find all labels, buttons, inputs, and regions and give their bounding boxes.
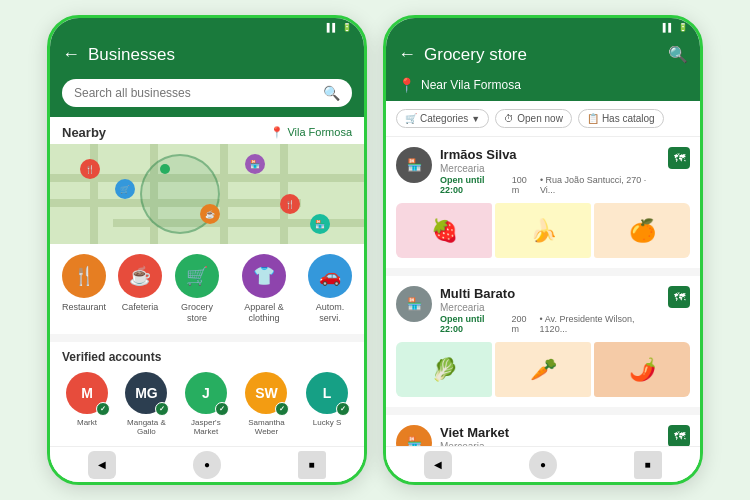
cat-cafeteria[interactable]: ☕ Cafeteria (114, 254, 166, 324)
signal-icon: ▌▌ (327, 23, 338, 32)
nav-recents-right[interactable]: ■ (634, 451, 662, 479)
open-badge-irmaos: Open until 22:00 (440, 175, 508, 195)
avatar-mangata: MG ✓ (125, 372, 167, 414)
avatar-img-viet: 🏪 (407, 436, 422, 446)
store-card-irmaos[interactable]: 🏪 Irmãos Silva Mercearia Open until 22:0… (386, 137, 700, 268)
nearby-location: 📍 Vila Formosa (270, 126, 352, 139)
store-header-multi: 🏪 Multi Barato Mercearia Open until 22:0… (396, 286, 690, 334)
store-card-multi[interactable]: 🏪 Multi Barato Mercearia Open until 22:0… (386, 276, 700, 407)
verified-badge-markt: ✓ (96, 402, 110, 416)
back-button-left[interactable]: ← (62, 44, 80, 65)
map-pin-center[interactable] (160, 164, 170, 174)
store-img-lettuce: 🥬 (396, 342, 492, 397)
cat-label-apparel: Apparel & clothing (228, 302, 300, 324)
verified-jaspers[interactable]: J ✓ Jasper's Market (181, 372, 231, 437)
filter-bar: 🛒 Categories ▼ ⏱ Open now 📋 Has catalog (386, 101, 700, 137)
store-name-viet: Viet Market (440, 425, 660, 440)
store-avatar-multi: 🏪 (396, 286, 432, 322)
verified-markt[interactable]: M ✓ Markt (62, 372, 112, 437)
nearby-label: Nearby (62, 125, 106, 140)
map-pin-1[interactable]: 🍴 (80, 159, 100, 179)
avatar-img-irmaos: 🏪 (407, 158, 422, 172)
cat-icon-apparel: 👕 (242, 254, 286, 298)
grocery-title: Grocery store (424, 45, 660, 65)
verified-section: Verified accounts M ✓ Markt MG ✓ Mangata… (50, 342, 364, 446)
avatar-initials-jaspers: J (202, 385, 210, 401)
avatar-markt: M ✓ (66, 372, 108, 414)
filter-catalog-label: Has catalog (602, 113, 655, 124)
map-pin-6[interactable]: 🏪 (310, 214, 330, 234)
map-pin-4[interactable]: 🏪 (245, 154, 265, 174)
cat-auto[interactable]: 🚗 Autom. servi. (304, 254, 356, 324)
verified-mangata[interactable]: MG ✓ Mangata & Gallo (120, 372, 173, 437)
avatar-initials-markt: M (81, 385, 93, 401)
cat-icon-cafeteria: ☕ (118, 254, 162, 298)
cat-apparel[interactable]: 👕 Apparel & clothing (228, 254, 300, 324)
store-list: 🏪 Irmãos Silva Mercearia Open until 22:0… (386, 137, 700, 446)
nav-back-right[interactable]: ◀ (424, 451, 452, 479)
filter-categories-label: Categories (420, 113, 468, 124)
verified-name-lucky: Lucky S (313, 418, 341, 428)
filter-catalog-icon: 📋 (587, 113, 599, 124)
verified-badge-mangata: ✓ (155, 402, 169, 416)
avatar-initials-mangata: MG (135, 385, 158, 401)
search-wrapper: 🔍 (62, 79, 352, 107)
left-content: Nearby 📍 Vila Formosa 🍴 🛒 ☕ (50, 117, 364, 446)
store-dist-irmaos: 100 m (512, 175, 536, 195)
store-avatar-viet: 🏪 (396, 425, 432, 446)
search-bar-area: 🔍 (50, 73, 364, 117)
nav-home-left[interactable]: ● (193, 451, 221, 479)
store-type-multi: Mercearia (440, 302, 660, 313)
filter-open-now[interactable]: ⏱ Open now (495, 109, 572, 128)
nav-home-right[interactable]: ● (529, 451, 557, 479)
map-pin-5[interactable]: 🍴 (280, 194, 300, 214)
verified-badge-samantha: ✓ (275, 402, 289, 416)
store-type-irmaos: Mercearia (440, 163, 660, 174)
store-addr-irmaos: • Rua João Santucci, 270 · Vi... (540, 175, 660, 195)
cat-icon-auto: 🚗 (308, 254, 352, 298)
verified-lucky[interactable]: L ✓ Lucky S (302, 372, 352, 437)
avatar-jaspers: J ✓ (185, 372, 227, 414)
nav-recents-left[interactable]: ■ (298, 451, 326, 479)
map-pin-2[interactable]: 🛒 (115, 179, 135, 199)
store-dist-multi: 200 m (512, 314, 536, 334)
avatar-lucky: L ✓ (306, 372, 348, 414)
store-img-banana: 🍌 (495, 203, 591, 258)
store-map-btn-multi[interactable]: 🗺 (668, 286, 690, 308)
status-bar-right: ▌▌ 🔋 (386, 18, 700, 36)
search-input-left[interactable] (74, 86, 323, 100)
location-footer: 📍 Location: Vila Formosa (62, 437, 352, 446)
verified-name-markt: Markt (77, 418, 97, 428)
cat-icon-restaurant: 🍴 (62, 254, 106, 298)
verified-name-jaspers: Jasper's Market (181, 418, 231, 437)
cat-label-grocery: Grocery store (170, 302, 224, 324)
cat-label-cafeteria: Cafeteria (122, 302, 159, 313)
left-phone: ▌▌ 🔋 ← Businesses 🔍 Nearby 📍 Vila Formos… (47, 15, 367, 485)
map-view[interactable]: 🍴 🛒 ☕ 🏪 🍴 🏪 (50, 144, 364, 244)
store-images-multi: 🥬 🥕 🌶️ (396, 342, 690, 397)
back-button-right[interactable]: ← (398, 44, 416, 65)
filter-catalog[interactable]: 📋 Has catalog (578, 109, 664, 128)
store-map-btn-viet[interactable]: 🗺 (668, 425, 690, 446)
store-img-strawberry: 🍓 (396, 203, 492, 258)
avatar-samantha: SW ✓ (245, 372, 287, 414)
nearby-section-header: Nearby 📍 Vila Formosa (50, 117, 364, 144)
store-card-viet[interactable]: 🏪 Viet Market Mercearia Open until 22:00… (386, 415, 700, 446)
store-map-btn-irmaos[interactable]: 🗺 (668, 147, 690, 169)
search-icon-right[interactable]: 🔍 (668, 45, 688, 64)
verified-badge-jaspers: ✓ (215, 402, 229, 416)
search-icon-left[interactable]: 🔍 (323, 85, 340, 101)
cat-restaurant[interactable]: 🍴 Restaurant (58, 254, 110, 324)
store-info-multi: Multi Barato Mercearia Open until 22:00 … (440, 286, 660, 334)
filter-categories[interactable]: 🛒 Categories ▼ (396, 109, 489, 128)
verified-samantha[interactable]: SW ✓ Samantha Weber (239, 372, 294, 437)
avatar-img-multi: 🏪 (407, 297, 422, 311)
category-grid: 🍴 Restaurant ☕ Cafeteria 🛒 Grocery store… (50, 244, 364, 334)
store-status-irmaos: Open until 22:00 100 m • Rua João Santuc… (440, 175, 660, 195)
nav-bar-right: ◀ ● ■ (386, 446, 700, 482)
location-bar: 📍 Near Vila Formosa (386, 73, 700, 101)
map-pin-3[interactable]: ☕ (200, 204, 220, 224)
nav-back-left[interactable]: ◀ (88, 451, 116, 479)
cat-grocery[interactable]: 🛒 Grocery store (170, 254, 224, 324)
verified-name-samantha: Samantha Weber (239, 418, 294, 437)
